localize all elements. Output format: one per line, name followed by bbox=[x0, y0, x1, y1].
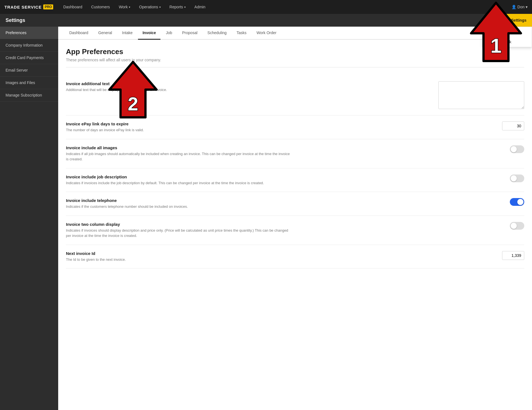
setting-desc: Indicates if invoices include the job de… bbox=[66, 180, 293, 186]
user-caret: ▾ bbox=[526, 5, 528, 9]
nav-admin[interactable]: Admin bbox=[191, 3, 209, 11]
setting-info: Invoice include telephone Indicates if t… bbox=[66, 198, 293, 209]
next-invoice-id-input[interactable] bbox=[502, 251, 524, 260]
setting-info: Next invoice Id The Id to be given to th… bbox=[66, 251, 293, 262]
gear-icon: ⚙ bbox=[505, 18, 509, 22]
sidebar: Preferences Company Information Credit C… bbox=[0, 27, 58, 410]
setting-desc: Indicates if all job images should autom… bbox=[66, 151, 293, 162]
telephone-toggle[interactable] bbox=[510, 198, 524, 206]
setting-row-next-invoice-id: Next invoice Id The Id to be given to th… bbox=[66, 245, 524, 269]
brand-pro: PRO bbox=[43, 4, 53, 9]
invoice-additional-text-input[interactable] bbox=[438, 81, 524, 109]
dropdown-password-label: Password bbox=[494, 30, 511, 34]
user-icon: 👤 bbox=[511, 5, 516, 9]
sidebar-item-company-information[interactable]: Company Information bbox=[0, 39, 58, 52]
tab-job[interactable]: Job bbox=[162, 27, 177, 40]
tab-dashboard[interactable]: Dashboard bbox=[65, 27, 93, 40]
setting-label: Invoice additional text bbox=[66, 81, 293, 86]
settings-button-label: Settings bbox=[511, 18, 526, 22]
setting-control bbox=[502, 251, 524, 260]
settings-header: Settings ⚙ Settings 🔒 Password 💬 Feedbac… bbox=[0, 14, 532, 27]
setting-row-epay: Invoice ePay link days to expire The num… bbox=[66, 115, 524, 139]
setting-label: Invoice include telephone bbox=[66, 198, 293, 203]
nav-reports[interactable]: Reports ▾ bbox=[166, 3, 189, 11]
tab-tasks[interactable]: Tasks bbox=[232, 27, 251, 40]
settings-page-title: Settings bbox=[6, 17, 25, 23]
tabs: Dashboard General Intake Invoice Job Pro… bbox=[58, 27, 532, 40]
job-desc-toggle[interactable] bbox=[510, 174, 524, 182]
sidebar-item-preferences[interactable]: Preferences bbox=[0, 27, 58, 39]
setting-desc: The number of days an invoice ePay link … bbox=[66, 127, 293, 133]
nav-work[interactable]: Work ▾ bbox=[116, 3, 134, 11]
setting-info: Invoice include all images Indicates if … bbox=[66, 145, 293, 162]
two-column-toggle[interactable] bbox=[510, 222, 524, 230]
setting-row-include-images: Invoice include all images Indicates if … bbox=[66, 139, 524, 168]
sidebar-item-credit-card-payments[interactable]: Credit Card Payments bbox=[0, 52, 58, 64]
lock-icon: 🔒 bbox=[487, 30, 492, 34]
brand-name: TRADE SERVICE bbox=[4, 5, 42, 9]
setting-desc: Indicates if the customers telephone num… bbox=[66, 204, 293, 209]
setting-label: Invoice ePay link days to expire bbox=[66, 122, 293, 126]
toggle-knob bbox=[511, 146, 517, 152]
sidebar-item-manage-subscription[interactable]: Manage Subscription bbox=[0, 89, 58, 102]
tab-scheduling[interactable]: Scheduling bbox=[203, 27, 231, 40]
nav-dashboard[interactable]: Dashboard bbox=[60, 3, 86, 11]
top-nav: TRADE SERVICE PRO Dashboard Customers Wo… bbox=[0, 0, 532, 14]
setting-row-invoice-additional-text: Invoice additional text Additional text … bbox=[66, 75, 524, 115]
setting-desc: Indicates if invoices should display des… bbox=[66, 228, 293, 239]
setting-row-job-desc: Invoice include job description Indicate… bbox=[66, 168, 524, 192]
setting-control bbox=[510, 174, 524, 182]
setting-info: Invoice additional text Additional text … bbox=[66, 81, 293, 93]
feedback-icon: 💬 bbox=[487, 40, 492, 44]
tab-work-order[interactable]: Work Order bbox=[252, 27, 281, 40]
setting-control bbox=[438, 81, 524, 109]
toggle-knob bbox=[517, 199, 523, 205]
sidebar-item-email-server[interactable]: Email Server bbox=[0, 64, 58, 77]
setting-desc: The Id to be given to the next invoice. bbox=[66, 257, 293, 262]
settings-button[interactable]: ⚙ Settings bbox=[500, 14, 532, 27]
toggle-knob bbox=[511, 175, 517, 181]
dropdown-feedback[interactable]: 💬 Feedback bbox=[482, 37, 532, 47]
reports-caret: ▾ bbox=[184, 6, 186, 9]
tab-proposal[interactable]: Proposal bbox=[178, 27, 202, 40]
work-caret: ▾ bbox=[129, 6, 130, 9]
setting-control bbox=[502, 122, 524, 130]
setting-info: Invoice two column display Indicates if … bbox=[66, 222, 293, 239]
nav-operations[interactable]: Operations ▾ bbox=[136, 3, 164, 11]
setting-row-telephone: Invoice include telephone Indicates if t… bbox=[66, 192, 524, 216]
setting-info: Invoice include job description Indicate… bbox=[66, 174, 293, 186]
setting-label: Invoice two column display bbox=[66, 222, 293, 227]
user-name: Don bbox=[517, 5, 525, 9]
tab-invoice[interactable]: Invoice bbox=[138, 27, 160, 40]
setting-label: Invoice include job description bbox=[66, 174, 293, 179]
setting-desc: Additional text that will be displayed a… bbox=[66, 87, 293, 93]
setting-label: Next invoice Id bbox=[66, 251, 293, 256]
setting-control bbox=[510, 145, 524, 153]
settings-dropdown: 🔒 Password 💬 Feedback bbox=[482, 27, 532, 47]
dropdown-feedback-label: Feedback bbox=[494, 40, 511, 44]
tab-general[interactable]: General bbox=[94, 27, 117, 40]
setting-label: Invoice include all images bbox=[66, 145, 293, 150]
setting-row-two-column: Invoice two column display Indicates if … bbox=[66, 216, 524, 245]
setting-control bbox=[510, 222, 524, 230]
include-images-toggle[interactable] bbox=[510, 145, 524, 153]
sidebar-item-images-and-files[interactable]: Images and Files bbox=[0, 77, 58, 89]
brand: TRADE SERVICE PRO bbox=[4, 4, 53, 9]
dropdown-password[interactable]: 🔒 Password bbox=[482, 27, 532, 37]
epay-days-input[interactable] bbox=[502, 122, 524, 130]
content-area: App Preferences These preferences will a… bbox=[58, 40, 532, 276]
operations-caret: ▾ bbox=[159, 6, 161, 9]
toggle-knob bbox=[511, 223, 517, 229]
main-content: Dashboard General Intake Invoice Job Pro… bbox=[58, 27, 532, 410]
setting-info: Invoice ePay link days to expire The num… bbox=[66, 122, 293, 133]
page-title: App Preferences bbox=[66, 47, 524, 56]
setting-control bbox=[510, 198, 524, 206]
nav-user[interactable]: 👤 Don ▾ bbox=[511, 5, 528, 9]
page-subtitle: These preferences will affect all users … bbox=[66, 58, 524, 67]
nav-customers[interactable]: Customers bbox=[88, 3, 113, 11]
tab-intake[interactable]: Intake bbox=[117, 27, 137, 40]
main-layout: Preferences Company Information Credit C… bbox=[0, 27, 532, 410]
